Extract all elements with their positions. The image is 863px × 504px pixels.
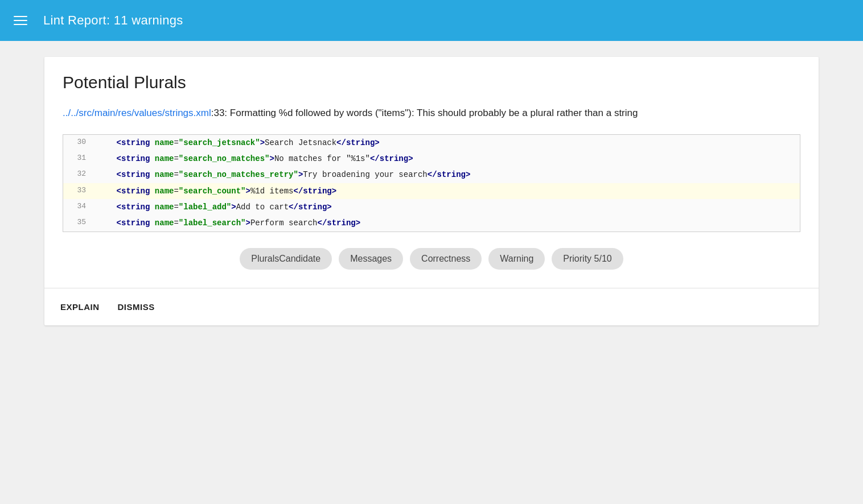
app-header: Lint Report: 11 warnings	[0, 0, 863, 41]
line-content: <string name="search_no_matches">No matc…	[93, 152, 800, 165]
tag-correctness: Correctness	[410, 248, 482, 270]
line-content: <string name="label_search">Perform sear…	[93, 217, 800, 229]
line-number: 30	[63, 137, 93, 148]
main-content: Potential Plurals ../../src/main/res/val…	[0, 41, 863, 504]
dismiss-button[interactable]: DISMISS	[116, 298, 157, 316]
line-content: <string name="label_add">Add to cart</st…	[93, 201, 800, 213]
tag-plurals-candidate: PluralsCandidate	[240, 248, 332, 270]
code-block: 30 <string name="search_jetsnack">Search…	[63, 134, 800, 232]
line-content: <string name="search_no_matches_retry">T…	[93, 168, 800, 181]
tag-priority: Priority 5/10	[552, 248, 623, 270]
line-number: 35	[63, 217, 93, 229]
card-footer: EXPLAIN DISMISS	[44, 288, 819, 325]
tags-row: PluralsCandidate Messages Correctness Wa…	[63, 248, 800, 270]
line-content: <string name="search_count">%1d items</s…	[93, 185, 800, 197]
line-content: <string name="search_jetsnack">Search Je…	[93, 137, 800, 149]
code-line-31: 31 <string name="search_no_matches">No m…	[63, 151, 800, 167]
card-body: Potential Plurals ../../src/main/res/val…	[44, 57, 819, 288]
code-line-34: 34 <string name="label_add">Add to cart<…	[63, 199, 800, 215]
tag-warning: Warning	[488, 248, 545, 270]
issue-description: ../../src/main/res/values/strings.xml:33…	[63, 106, 800, 121]
file-link[interactable]: ../../src/main/res/values/strings.xml	[63, 108, 211, 118]
code-line-33: 33 <string name="search_count">%1d items…	[63, 183, 800, 199]
tag-messages: Messages	[339, 248, 403, 270]
code-line-30: 30 <string name="search_jetsnack">Search…	[63, 135, 800, 151]
line-number: 31	[63, 152, 93, 164]
code-line-32: 32 <string name="search_no_matches_retry…	[63, 167, 800, 183]
line-number: 34	[63, 201, 93, 213]
line-number: 33	[63, 185, 93, 197]
menu-icon[interactable]	[14, 16, 27, 25]
code-line-35: 35 <string name="label_search">Perform s…	[63, 215, 800, 231]
card-title: Potential Plurals	[63, 73, 800, 92]
header-title: Lint Report: 11 warnings	[43, 13, 183, 28]
lint-card: Potential Plurals ../../src/main/res/val…	[44, 57, 819, 325]
line-number: 32	[63, 168, 93, 180]
explain-button[interactable]: EXPLAIN	[58, 298, 102, 316]
issue-detail: :33: Formatting %d followed by words ("i…	[211, 108, 638, 118]
